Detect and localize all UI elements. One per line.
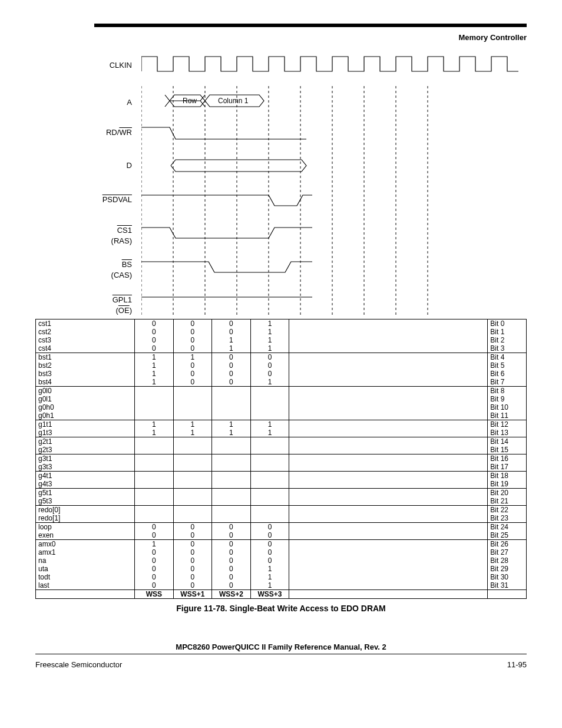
cell-wss3: 1 — [250, 336, 289, 344]
gap — [289, 472, 488, 480]
cell-wss3: 0 — [250, 523, 289, 532]
top-rule — [94, 24, 527, 27]
bit-label: Bit 18 — [488, 472, 527, 480]
cell-wss3 — [250, 403, 289, 411]
cell-wss: 1 — [135, 540, 174, 549]
cell-wss2 — [212, 472, 251, 480]
bit-label: Bit 22 — [488, 506, 527, 515]
row-name: g3t3 — [36, 463, 135, 472]
row-name: g0h0 — [36, 403, 135, 411]
row-name: bst1 — [36, 353, 135, 362]
cell-wss — [135, 506, 174, 515]
cell-wss3 — [250, 454, 289, 463]
bit-label: Bit 30 — [488, 573, 527, 581]
gap — [289, 353, 488, 362]
row-name: bst2 — [36, 361, 135, 370]
figure-caption: Figure 11-78. Single-Beat Write Access t… — [35, 604, 527, 613]
cell-wss1 — [173, 454, 212, 463]
cell-wss1: 0 — [173, 370, 212, 378]
cell-wss — [135, 454, 174, 463]
cell-wss2: 0 — [212, 328, 251, 336]
cell-wss — [135, 387, 174, 396]
gap — [289, 411, 488, 420]
row-name: uta — [36, 565, 135, 573]
footer-right: 11-95 — [507, 660, 527, 669]
timing-diagram: CLKIN A RD/WR D PSDVAL CS1 (RAS) BS (CAS… — [41, 54, 527, 316]
row-name: todt — [36, 573, 135, 581]
label-gpl1: GPL1 — [113, 295, 132, 304]
cell-wss2 — [212, 403, 251, 411]
cell-wss1: 0 — [173, 565, 212, 573]
cell-wss2: 0 — [212, 581, 251, 590]
bit-label: Bit 27 — [488, 548, 527, 556]
cell-wss2: 0 — [212, 540, 251, 549]
cell-wss: 0 — [135, 565, 174, 573]
row-name: g5t1 — [36, 489, 135, 498]
bit-label: Bit 12 — [488, 420, 527, 429]
cell-wss2: 0 — [212, 523, 251, 532]
gap — [289, 523, 488, 532]
cell-wss — [135, 437, 174, 446]
waveforms: Row Column 1 — [141, 54, 518, 316]
cell-wss2 — [212, 463, 251, 472]
row-name: g3t1 — [36, 454, 135, 463]
label-bs: BS — [122, 260, 132, 269]
label-a: A — [127, 98, 132, 107]
gap — [289, 446, 488, 454]
cell-wss1 — [173, 446, 212, 454]
cell-wss3: 0 — [250, 353, 289, 362]
hdr-wss2: WSS+2 — [212, 590, 251, 599]
gap — [289, 370, 488, 378]
label-oe: (OE) — [116, 306, 132, 315]
cell-wss2 — [212, 480, 251, 489]
row-name: amx0 — [36, 540, 135, 549]
cell-wss: 0 — [135, 336, 174, 344]
cell-wss: 0 — [135, 328, 174, 336]
gap — [289, 336, 488, 344]
cell-wss3 — [250, 506, 289, 515]
cell-wss3: 1 — [250, 420, 289, 429]
cell-wss1 — [173, 387, 212, 396]
cell-wss3: 1 — [250, 378, 289, 387]
bit-label: Bit 28 — [488, 556, 527, 565]
cell-wss1 — [173, 489, 212, 498]
gap — [289, 497, 488, 506]
gap — [289, 387, 488, 396]
row-name: bst3 — [36, 370, 135, 378]
cell-wss3: 1 — [250, 565, 289, 573]
bit-label: Bit 6 — [488, 370, 527, 378]
row-name: na — [36, 556, 135, 565]
gap — [289, 395, 488, 403]
bit-label: Bit 4 — [488, 353, 527, 362]
bit-label: Bit 5 — [488, 361, 527, 370]
bit-label: Bit 20 — [488, 489, 527, 498]
section-header: Memory Controller — [35, 33, 527, 42]
cell-wss1: 0 — [173, 378, 212, 387]
label-rdwr: RD/WR — [106, 128, 132, 137]
row-name: cst3 — [36, 336, 135, 344]
cell-wss2 — [212, 411, 251, 420]
cell-wss2: 0 — [212, 573, 251, 581]
cell-wss2 — [212, 395, 251, 403]
bit-label: Bit 15 — [488, 446, 527, 454]
cell-wss2: 0 — [212, 361, 251, 370]
cell-wss1: 0 — [173, 548, 212, 556]
cell-wss: 0 — [135, 548, 174, 556]
row-name: redo[0] — [36, 506, 135, 515]
cell-wss2 — [212, 506, 251, 515]
gap — [289, 489, 488, 498]
row-name: g2t3 — [36, 446, 135, 454]
gap — [289, 319, 488, 328]
bit-label: Bit 0 — [488, 319, 527, 328]
footer-doc-title: MPC8260 PowerQUICC II Family Reference M… — [35, 643, 527, 651]
row-name: g4t3 — [36, 480, 135, 489]
gap — [289, 437, 488, 446]
cell-wss1: 0 — [173, 336, 212, 344]
cell-wss3 — [250, 387, 289, 396]
bit-label: Bit 8 — [488, 387, 527, 396]
cell-wss1 — [173, 395, 212, 403]
cell-wss3: 0 — [250, 361, 289, 370]
gap — [289, 403, 488, 411]
cell-wss3 — [250, 463, 289, 472]
cell-wss1: 1 — [173, 353, 212, 362]
